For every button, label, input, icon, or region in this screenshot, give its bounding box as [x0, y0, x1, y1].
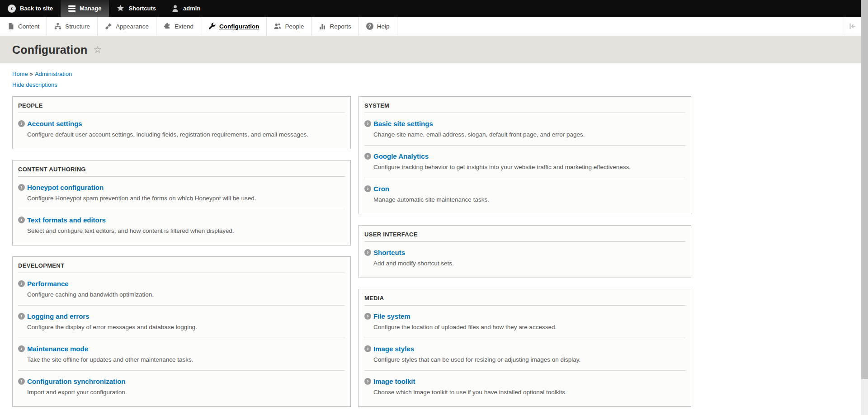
admin-item-title-row: › Configuration synchronization	[18, 377, 345, 386]
brush-icon	[105, 23, 112, 30]
admin-item-link[interactable]: Text formats and editors	[27, 216, 106, 224]
category-panel: CONTENT AUTHORING › Honeypot configurati…	[12, 160, 351, 245]
admin-item-description: Configure Honeypot spam prevention and t…	[18, 195, 345, 202]
admin-item-description: Configure the location of uploaded files…	[364, 324, 685, 331]
circle-arrow-icon: ›	[18, 120, 25, 127]
admin-item-title-row: › Account settings	[18, 119, 345, 128]
shortcuts-tab[interactable]: Shortcuts	[109, 0, 164, 17]
category-panel: PEOPLE › Account settings Configure defa…	[12, 96, 351, 149]
admin-item-link[interactable]: Configuration synchronization	[27, 377, 126, 386]
menu-label: People	[285, 23, 304, 30]
admin-item-description: Take the site offline for updates and ot…	[18, 356, 345, 363]
circle-arrow-icon: ›	[18, 280, 25, 287]
admin-menu-bar: Content Structure Appearance Extend Conf…	[0, 17, 868, 36]
breadcrumb-separator: »	[30, 71, 33, 77]
puzzle-icon	[164, 23, 171, 30]
back-arrow-icon: ‹	[8, 5, 16, 13]
file-icon	[7, 23, 14, 30]
circle-arrow-icon: ›	[364, 313, 371, 320]
admin-item-link[interactable]: Account settings	[27, 119, 82, 128]
menu-label: Configuration	[219, 23, 259, 30]
category-title: USER INTERFACE	[364, 226, 685, 242]
breadcrumb: Home»Administration	[12, 71, 868, 78]
admin-toolbar: ‹ Back to site Manage Shortcuts admin	[0, 0, 868, 17]
left-column: PEOPLE › Account settings Configure defa…	[12, 96, 351, 407]
category-items: › Performance Configure caching and band…	[18, 273, 345, 406]
menu-item-extend[interactable]: Extend	[156, 17, 201, 36]
category-title: MEDIA	[364, 289, 685, 306]
admin-item-title-row: › Honeypot configuration	[18, 183, 345, 192]
category-items: › Basic site settings Change site name, …	[364, 113, 685, 214]
category-title: PEOPLE	[18, 97, 345, 113]
admin-item-link[interactable]: Cron	[373, 184, 389, 193]
admin-item-link[interactable]: Image styles	[373, 344, 414, 353]
admin-item: › Image styles Configure styles that can…	[364, 338, 685, 370]
admin-item-link[interactable]: Honeypot configuration	[27, 183, 104, 192]
admin-item: › Maintenance mode Take the site offline…	[18, 338, 345, 370]
admin-item-link[interactable]: Basic site settings	[373, 119, 433, 128]
menu-item-people[interactable]: People	[267, 17, 311, 36]
admin-item-link[interactable]: Shortcuts	[373, 248, 405, 257]
user-icon	[171, 5, 179, 12]
breadcrumb-home-link[interactable]: Home	[12, 71, 28, 77]
admin-item: › Google Analytics Configure tracking be…	[364, 145, 685, 178]
category-items: › Honeypot configuration Configure Honey…	[18, 177, 345, 245]
menu-item-help[interactable]: ? Help	[359, 17, 397, 36]
admin-item-description: Configure styles that can be used for re…	[364, 356, 685, 363]
circle-arrow-icon: ›	[18, 313, 25, 320]
category-items: › Shortcuts Add and modify shortcut sets…	[364, 242, 685, 278]
admin-item-description: Add and modify shortcut sets.	[364, 260, 685, 267]
menu-label: Appearance	[116, 23, 149, 30]
admin-item-link[interactable]: Maintenance mode	[27, 344, 88, 353]
breadcrumb-administration-link[interactable]: Administration	[35, 71, 72, 77]
circle-arrow-icon: ›	[364, 153, 371, 160]
admin-item-title-row: › Image toolkit	[364, 377, 685, 386]
category-title: DEVELOPMENT	[18, 257, 345, 273]
circle-arrow-icon: ›	[364, 120, 371, 127]
back-to-site-button[interactable]: ‹ Back to site	[0, 0, 61, 17]
menu-item-structure[interactable]: Structure	[47, 17, 98, 36]
admin-item-title-row: › Cron	[364, 184, 685, 193]
admin-item-title-row: › Maintenance mode	[18, 344, 345, 353]
menu-item-appearance[interactable]: Appearance	[98, 17, 156, 36]
hide-descriptions-row: Hide descriptions	[12, 81, 868, 89]
admin-item-link[interactable]: Logging and errors	[27, 312, 90, 321]
admin-item-link[interactable]: File system	[373, 312, 410, 321]
circle-arrow-icon: ›	[18, 184, 25, 191]
toolbar-orientation-toggle[interactable]	[843, 17, 861, 36]
circle-arrow-icon: ›	[364, 378, 371, 385]
admin-item: › Configuration synchronization Import a…	[18, 370, 345, 403]
favorite-star-icon[interactable]: ☆	[93, 45, 102, 55]
shortcuts-label: Shortcuts	[128, 5, 156, 12]
admin-item-title-row: › Shortcuts	[364, 248, 685, 257]
admin-item-link[interactable]: Performance	[27, 279, 69, 288]
admin-item-link[interactable]: Google Analytics	[373, 152, 429, 160]
sitemap-icon	[54, 23, 61, 30]
hide-descriptions-link[interactable]: Hide descriptions	[12, 81, 57, 88]
menu-label: Structure	[65, 23, 90, 30]
star-icon	[117, 5, 124, 12]
username-label: admin	[183, 5, 200, 12]
menu-label: Reports	[330, 23, 351, 30]
menu-item-reports[interactable]: Reports	[311, 17, 359, 36]
admin-item: › Shortcuts Add and modify shortcut sets…	[364, 242, 685, 274]
admin-item: › Honeypot configuration Configure Honey…	[18, 177, 345, 209]
category-panel: SYSTEM › Basic site settings Change site…	[359, 96, 691, 214]
scrollbar-thumb[interactable]	[861, 0, 868, 379]
admin-item-title-row: › Performance	[18, 279, 345, 288]
manage-tab[interactable]: Manage	[61, 0, 109, 17]
admin-item-description: Configure the display of error messages …	[18, 324, 345, 331]
user-menu[interactable]: admin	[164, 0, 208, 17]
menu-label: Content	[18, 23, 39, 30]
admin-item-description: Select and configure text editors, and h…	[18, 227, 345, 235]
page-title: Configuration	[12, 43, 87, 57]
admin-item-description: Choose which image toolkit to use if you…	[364, 389, 685, 396]
category-panel: USER INTERFACE › Shortcuts Add and modif…	[359, 225, 691, 278]
menu-item-configuration[interactable]: Configuration	[201, 17, 267, 36]
circle-arrow-icon: ›	[364, 249, 371, 256]
vertical-scrollbar[interactable]	[861, 0, 868, 415]
question-circle-icon: ?	[366, 23, 373, 30]
admin-item-link[interactable]: Image toolkit	[373, 377, 415, 386]
menu-item-content[interactable]: Content	[0, 17, 47, 36]
admin-item-description: Configure tracking behavior to get insig…	[364, 164, 685, 171]
